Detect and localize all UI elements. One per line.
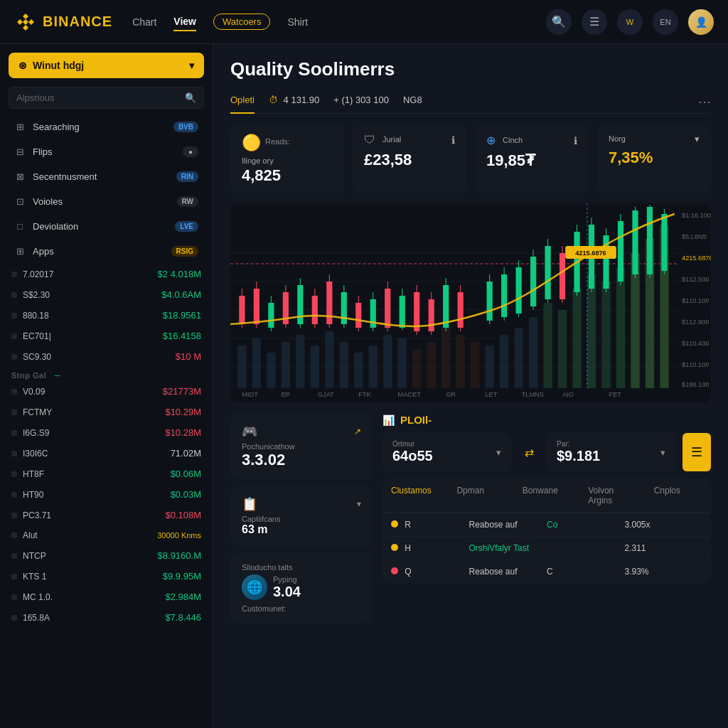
- row-dot-1: [391, 544, 398, 551]
- stat-card-2: ⊕ Cinch ℹ 19,85₮: [475, 125, 589, 193]
- page-title: Quality Soolimerrs: [230, 58, 711, 80]
- stat-card-1: 🛡 Jurial ℹ £23,58: [353, 125, 466, 193]
- svg-text:4215.6876: 4215.6876: [682, 255, 711, 262]
- th-3[interactable]: Volvon Argins: [579, 478, 645, 513]
- stat-card-3: Norg ▾ 7,35%: [597, 125, 711, 193]
- menu-btn[interactable]: ☰: [682, 433, 711, 471]
- table-row-0[interactable]: R Reabose auf Co 3.005x: [382, 513, 711, 537]
- svg-text:$110.400: $110.400: [682, 340, 709, 347]
- logo[interactable]: BINANCE: [14, 11, 112, 33]
- sidebar: ⊛ Winut hdgj ▾ Alpsrious 🔍 ⊞ Searaching …: [0, 44, 213, 728]
- svg-text:$1:16.100: $1:16.100: [682, 212, 711, 219]
- list-item-b1[interactable]: FCTMY $10.29M: [0, 402, 213, 422]
- svg-rect-27: [325, 331, 333, 388]
- sidebar-search-placeholder: Alpsrious: [16, 92, 54, 103]
- svg-text:TLMNS: TLMNS: [522, 391, 544, 398]
- bottom-right: 📊 PLOIl- Ortmur 64o55 ▾ ⇄: [382, 414, 711, 630]
- info-icon-2[interactable]: ℹ: [574, 135, 577, 146]
- main-layout: ⊛ Winut hdgj ▾ Alpsrious 🔍 ⊞ Searaching …: [0, 44, 728, 728]
- tab-count[interactable]: + (1) 303 100: [333, 90, 389, 114]
- svg-rect-26: [311, 346, 319, 388]
- th-0[interactable]: Clustamos: [382, 478, 448, 513]
- list-item-b4[interactable]: HT8F $0.06M: [0, 464, 213, 484]
- list-item-4[interactable]: SC9.30 $10 M: [0, 346, 213, 367]
- list-item-1[interactable]: S$2.30 $4.0.6AM: [0, 284, 213, 305]
- tab-ng8[interactable]: NG8: [403, 90, 422, 114]
- sidebar-item-secentnusment[interactable]: ⊠ Secentnusment RIN: [3, 164, 210, 188]
- bottom-row: 🎮 ↗ Pochunicathow 3.3.02 📋 ▾ Captiifcans…: [230, 414, 711, 630]
- selector-row: Ortmur 64o55 ▾ ⇄ Par: $9.181 ▾: [382, 433, 711, 471]
- arrow-icon-1[interactable]: ↗: [354, 427, 361, 437]
- svg-rect-29: [354, 353, 363, 388]
- th-1[interactable]: Dpman: [448, 478, 513, 513]
- selector-1[interactable]: Ortmur 64o55 ▾: [382, 433, 511, 471]
- wallet-button[interactable]: W: [617, 9, 643, 35]
- table-row-2[interactable]: Q Reabose auf C 3.93%: [382, 560, 711, 583]
- list-item-e0[interactable]: Alut 30000 Knms: [0, 525, 213, 545]
- svg-rect-41: [529, 317, 537, 388]
- list-item-b6[interactable]: PC3.71 $0.108M: [0, 505, 213, 525]
- list-item-e4[interactable]: 165.8A $7.8.446: [0, 607, 213, 628]
- sidebar-item-apps[interactable]: ⊞ Apps RSIG: [3, 239, 210, 263]
- badge-apps: RSIG: [171, 246, 198, 257]
- list-item-2[interactable]: 880.18 $18.9561: [0, 305, 213, 326]
- svg-rect-23: [267, 353, 275, 388]
- nav-shirt[interactable]: Shirt: [287, 14, 308, 31]
- swap-icon[interactable]: ⇄: [525, 446, 534, 459]
- info-icon-1[interactable]: ℹ: [451, 134, 455, 146]
- svg-text:4215.6876: 4215.6876: [575, 250, 606, 257]
- search-button[interactable]: 🔍: [546, 9, 572, 35]
- svg-text:FET: FET: [609, 391, 622, 398]
- tab-price[interactable]: ⏱ 4 131.90: [269, 90, 319, 114]
- sidebar-item-deviolation[interactable]: □ Deviolation LVE: [3, 214, 210, 238]
- tab-more-button[interactable]: ⋯: [698, 94, 711, 109]
- stat-card-0: 🟡 Reads: Ilinge ory 4,825: [230, 125, 344, 193]
- svg-text:EP: EP: [282, 391, 290, 398]
- badge-dev: LVE: [175, 221, 198, 232]
- selector-2[interactable]: Par: $9.181 ▾: [547, 433, 675, 471]
- svg-text:$112.500: $112.500: [682, 276, 709, 283]
- svg-text:MACET: MACET: [398, 391, 422, 398]
- tab-opleti[interactable]: Opleti: [230, 90, 255, 114]
- sidebar-item-label-voi: Voioles: [33, 196, 63, 207]
- sidebar-item-label-apps: Apps: [33, 246, 54, 257]
- list-item-e2[interactable]: KTS 1 $9.9.95M: [0, 566, 213, 587]
- sidebar-badge-searching: BVB: [173, 122, 198, 132]
- toggle-flips[interactable]: ●: [183, 146, 198, 157]
- sidebar-item-flips[interactable]: ⊟ Flips ●: [3, 139, 210, 164]
- list-item-b3[interactable]: I30I6C 71.02M: [0, 443, 213, 464]
- svg-text:GJAT: GJAT: [318, 391, 334, 398]
- list-item-e3[interactable]: MC 1.0. $2.984M: [0, 587, 213, 607]
- svg-rect-32: [398, 338, 407, 388]
- nav-chart[interactable]: Chart: [132, 14, 156, 31]
- svg-text:$110.100: $110.100: [682, 361, 709, 368]
- apps-icon: ⊞: [14, 245, 26, 257]
- avatar[interactable]: 👤: [688, 9, 714, 35]
- list-item-b5[interactable]: HT90 $0.03M: [0, 484, 213, 505]
- lang-button[interactable]: EN: [653, 9, 678, 35]
- list-item-0[interactable]: 7.02017 $2 4.018M: [0, 264, 213, 284]
- chevron-icon-2[interactable]: ▾: [357, 499, 361, 509]
- svg-rect-34: [427, 342, 436, 388]
- svg-rect-25: [296, 335, 304, 388]
- sidebar-item-label-sec: Secentnusment: [33, 171, 97, 182]
- sidebar-dropdown[interactable]: ⊛ Winut hdgj ▾: [9, 53, 204, 78]
- sidebar-item-searching[interactable]: ⊞ Searaching BVB: [3, 114, 210, 139]
- chevron-stat-icon[interactable]: ▾: [695, 134, 700, 144]
- nav-view[interactable]: View: [173, 13, 196, 31]
- table-header: Clustamos Dpman Bonwane Volvon Argins Cn…: [382, 478, 711, 513]
- list-item-b2[interactable]: I6G.S9 $10.28M: [0, 422, 213, 443]
- th-2[interactable]: Bonwane: [514, 478, 579, 513]
- info-card-2: 📋 ▾ Captiifcans 63 m: [230, 486, 373, 546]
- table-row-1[interactable]: H OrshiVfalyr Tast 2.311: [382, 537, 711, 560]
- menu-button[interactable]: ☰: [582, 9, 607, 35]
- plot-icon: 📊: [382, 414, 395, 426]
- list-item-b0[interactable]: V0.09 $21773M: [0, 381, 213, 402]
- th-4[interactable]: Cnplos: [646, 478, 711, 513]
- list-item-e1[interactable]: NTCP $8.9160.M: [0, 545, 213, 566]
- sidebar-item-voioles[interactable]: ⊡ Voioles RW: [3, 189, 210, 213]
- nav-watcoers[interactable]: Watcoers: [213, 14, 270, 30]
- topnav: BINANCE Chart View Watcoers Shirt 🔍 ☰ W …: [0, 0, 728, 44]
- sidebar-search[interactable]: Alpsrious 🔍: [9, 87, 204, 109]
- list-item-3[interactable]: EC701| $16.4158: [0, 326, 213, 346]
